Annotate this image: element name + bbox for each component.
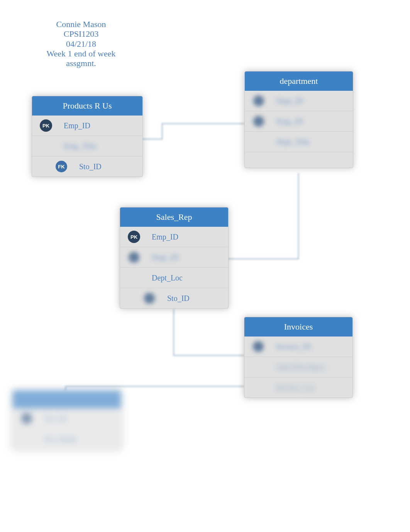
column-name: Invoice_Loc: [272, 383, 315, 392]
key-dot-icon: [129, 252, 139, 263]
entity-row: Dept_ID: [120, 247, 228, 268]
column-name: Emp_Title: [60, 142, 97, 151]
entity-store: Sto_ID Sto_Name: [12, 390, 121, 449]
column-name: Dept_ID: [273, 97, 303, 105]
entity-title: [13, 391, 121, 408]
entity-row: Dept_ID: [245, 91, 353, 111]
entity-products-r-us: Products R Us PK Emp_ID Emp_Title FK Sto…: [32, 96, 143, 177]
key-dot-icon: [144, 293, 155, 304]
column-name: Sto_ID: [41, 414, 67, 423]
key-indicator: [245, 95, 273, 106]
entity-row: [245, 152, 353, 168]
column-name: Sales/Purchases: [272, 363, 325, 372]
entity-row: Sto_ID: [120, 288, 228, 308]
key-indicator: [136, 293, 163, 304]
entity-title: Sales_Rep: [120, 207, 228, 227]
entity-row: Dept_Loc: [120, 268, 228, 288]
pk-badge: PK: [40, 119, 52, 132]
fk-badge: FK: [56, 161, 67, 172]
key-indicator: [13, 413, 41, 424]
entity-department: department Dept_ID Emp_ID Dept_Title: [244, 71, 353, 168]
entity-row: PK Emp_ID: [120, 227, 228, 247]
key-indicator: [245, 116, 273, 127]
entity-invoices: Invoices Invoice_ID Sales/Purchases Invo…: [244, 317, 353, 398]
entity-row: Emp_Title: [32, 136, 142, 156]
header-line3: 04/21/18: [33, 39, 129, 49]
entity-row: Dept_Title: [245, 132, 353, 152]
key-indicator: [244, 341, 272, 352]
header-line2: CPSI1203: [33, 29, 129, 39]
column-name: Sto_Name: [41, 435, 77, 444]
entity-title: Invoices: [244, 317, 352, 337]
column-name: Emp_ID: [148, 233, 178, 241]
entity-row: Sales/Purchases: [244, 357, 352, 377]
key-dot-icon: [21, 413, 32, 424]
column-name: Emp_ID: [60, 121, 90, 130]
header-line1: Connie Mason: [33, 19, 129, 29]
column-name: Dept_Title: [273, 138, 310, 146]
entity-sales-rep: Sales_Rep PK Emp_ID Dept_ID Dept_Loc Sto…: [120, 207, 229, 309]
entity-row: Invoice_ID: [244, 337, 352, 357]
header-line4: Week 1 end of week assgmnt.: [33, 49, 129, 68]
key-indicator: FK: [47, 161, 75, 172]
entity-row: Emp_ID: [245, 111, 353, 132]
entity-row: Invoice_Loc: [244, 377, 352, 398]
key-dot-icon: [253, 116, 264, 127]
column-name: Dept_Loc: [148, 274, 183, 282]
column-name: Invoice_ID: [272, 342, 311, 351]
entity-row: PK Emp_ID: [32, 116, 142, 136]
key-dot-icon: [253, 341, 264, 352]
entity-title: department: [245, 71, 353, 91]
entity-row: Sto_ID: [13, 408, 121, 429]
column-name: Sto_ID: [163, 294, 190, 303]
key-indicator: PK: [32, 119, 60, 132]
entity-title: Products R Us: [32, 96, 142, 116]
assignment-header: Connie Mason CPSI1203 04/21/18 Week 1 en…: [33, 19, 129, 68]
key-dot-icon: [253, 95, 264, 106]
column-name: Emp_ID: [273, 117, 303, 126]
entity-row: FK Sto_ID: [32, 156, 142, 177]
column-name: Dept_ID: [148, 253, 179, 262]
key-indicator: [120, 252, 148, 263]
pk-badge: PK: [128, 231, 140, 243]
column-name: Sto_ID: [75, 162, 102, 171]
entity-row: Sto_Name: [13, 429, 121, 449]
key-indicator: PK: [120, 231, 148, 243]
